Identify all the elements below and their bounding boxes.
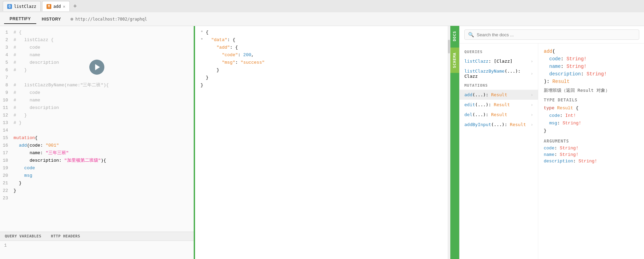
http-headers-tab[interactable]: HTTP HEADERS — [46, 232, 85, 241]
line-numbers: 12345 678910 1112131415 1617181920 21222… — [0, 26, 11, 232]
docs-item-listclazzbyname[interactable]: listClazzByName(...): Clazz › — [460, 66, 538, 81]
bottom-tabs: QUERY VARIABLES HTTP HEADERS — [0, 232, 194, 241]
arg2-name: name — [544, 152, 554, 157]
arguments-title: ARGUMENTS — [544, 139, 639, 144]
chinese-comment: 新增班级（返回 Result 对象） — [544, 87, 639, 94]
type-details-title: TYPE DETAILS — [544, 98, 639, 102]
docs-left: QUERIES listClazz: [Clazz] › listClazzBy… — [460, 44, 538, 259]
docs-item-del[interactable]: del(...): Result › — [460, 110, 538, 120]
add-arg3-type: String! — [587, 71, 607, 77]
docs-item-edit-label: edit(...): Result — [464, 102, 510, 107]
editor-content: 12345 678910 1112131415 1617181920 21222… — [0, 26, 194, 232]
tab-listclazz[interactable]: Q listClazz — [3, 1, 41, 11]
search-icon: 🔍 — [468, 32, 474, 37]
docs-item-listclazz[interactable]: listClazz: [Clazz] › — [460, 56, 538, 66]
arg3-type: String! — [578, 159, 597, 164]
field2-type: String! — [563, 121, 581, 126]
field1-type: Int! — [565, 113, 576, 118]
bottom-line-number: 1 — [4, 243, 190, 248]
add-return-type: Result — [552, 79, 569, 84]
arg2-type: String! — [560, 152, 579, 157]
response-panel: * { * "data": { "add": { "code": 200, "m… — [195, 26, 450, 259]
url-bar: http://localhost:7002/graphql — [70, 17, 147, 22]
tab-add-icon: M — [47, 4, 51, 9]
tab-listclazz-label: listClazz — [14, 4, 36, 9]
scroll-track[interactable] — [448, 26, 450, 259]
queries-section-title: QUERIES — [460, 48, 538, 56]
editor-area[interactable]: 12345 678910 1112131415 1617181920 21222… — [0, 26, 194, 232]
arg1-name: code — [544, 146, 554, 151]
history-button[interactable]: HISTORY — [36, 15, 66, 24]
docs-item-add[interactable]: add(...): Result › — [460, 90, 538, 100]
scroll-thumb — [448, 40, 450, 53]
new-tab-button[interactable]: + — [71, 3, 79, 10]
arg1-type: String! — [560, 146, 579, 151]
docs-search: 🔍 — [460, 26, 644, 44]
tab-add-label: add — [53, 4, 61, 9]
add-arg1-type: String! — [566, 56, 587, 62]
docs-panel: 🔍 QUERIES listClazz: [Clazz] › listClazz… — [459, 26, 644, 259]
tab-add-close[interactable]: ✕ — [63, 4, 65, 9]
schema-tab[interactable]: SCHEMA — [450, 48, 459, 73]
add-arg3-name: description — [549, 71, 581, 77]
url-indicator — [70, 18, 73, 21]
docs-columns: QUERIES listClazz: [Clazz] › listClazzBy… — [460, 44, 644, 259]
add-arg1-name: code — [549, 56, 561, 62]
docs-item-listclazz-arrow: › — [531, 59, 533, 64]
main-layout: 12345 678910 1112131415 1617181920 21222… — [0, 26, 644, 259]
docs-tab-bar: DOCS SCHEMA — [450, 26, 459, 259]
docs-item-listclazzbyname-arrow: › — [531, 71, 533, 76]
docs-item-listclazz-label: listClazz: [Clazz] — [464, 59, 513, 64]
tab-listclazz-icon: Q — [7, 4, 12, 9]
bottom-content: 1 — [0, 241, 194, 250]
docs-item-add-label: add(...): Result — [464, 92, 507, 97]
type-result: type Result { code: Int! msg: String! } — [544, 104, 639, 135]
arg3-name: description — [544, 159, 573, 164]
arg3: description: String! — [544, 159, 639, 164]
mutations-section-title: MUTATIONS — [460, 81, 538, 90]
tab-add[interactable]: M add ✕ — [42, 1, 70, 11]
docs-item-addbyinput-label: addByInput(...): Result — [464, 122, 526, 127]
add-arg2-type: String! — [566, 64, 587, 69]
type-close: } — [544, 127, 639, 135]
prettify-button[interactable]: PRETTIFY — [4, 14, 36, 24]
arg2: name: String! — [544, 152, 639, 157]
browser-tab-bar: Q listClazz M add ✕ + — [0, 0, 644, 12]
code-editor[interactable]: # { # listClazz { # code # name # descri… — [11, 26, 194, 232]
field1-name: code — [549, 113, 560, 118]
field2-name: msg — [549, 121, 557, 126]
response-content: * { * "data": { "add": { "code": 200, "m… — [195, 26, 450, 92]
docs-item-edit[interactable]: edit(...): Result › — [460, 100, 538, 110]
editor-panel: 12345 678910 1112131415 1617181920 21222… — [0, 26, 195, 259]
bottom-panel: QUERY VARIABLES HTTP HEADERS 1 — [0, 232, 194, 259]
docs-item-listclazzbyname-label: listClazzByName(...): Clazz — [464, 69, 531, 79]
docs-item-del-arrow: › — [531, 112, 533, 117]
query-variables-tab[interactable]: QUERY VARIABLES — [0, 232, 46, 241]
docs-item-del-label: del(...): Result — [464, 112, 507, 117]
search-input[interactable] — [477, 32, 635, 37]
docs-right: add( code: String! name: String! descrip… — [538, 44, 644, 259]
docs-item-addbyinput-arrow: › — [531, 122, 533, 127]
docs-item-addbyinput[interactable]: addByInput(...): Result › — [460, 120, 538, 130]
add-signature: add( code: String! name: String! descrip… — [544, 48, 639, 85]
search-box[interactable]: 🔍 — [464, 29, 639, 40]
run-button[interactable] — [89, 60, 104, 75]
add-arg2-name: name — [549, 64, 561, 69]
toolbar: PRETTIFY HISTORY http://localhost:7002/g… — [0, 12, 644, 26]
docs-item-edit-arrow: › — [531, 102, 533, 107]
docs-item-add-arrow: › — [531, 92, 533, 97]
url-text: http://localhost:7002/graphql — [75, 17, 147, 22]
arg1: code: String! — [544, 146, 639, 151]
docs-tab[interactable]: DOCS — [450, 26, 459, 46]
